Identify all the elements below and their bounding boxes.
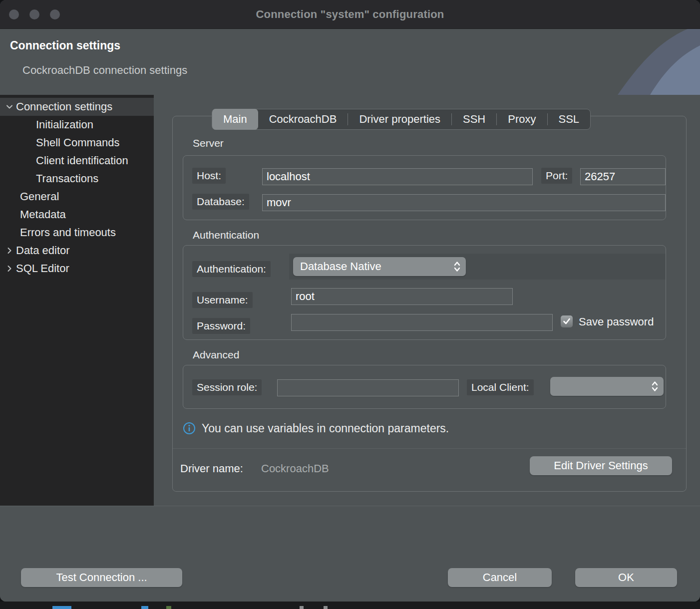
save-password-label: Save password bbox=[579, 315, 666, 328]
select-chevrons-icon bbox=[453, 260, 461, 273]
host-input[interactable] bbox=[262, 168, 533, 185]
sidebar-item-metadata[interactable]: Metadata bbox=[0, 206, 154, 224]
sidebar-item-label: SQL Editor bbox=[16, 262, 69, 275]
password-input[interactable] bbox=[291, 314, 553, 331]
session-role-label: Session role: bbox=[192, 379, 262, 395]
username-input[interactable] bbox=[291, 288, 513, 305]
decorative-swoosh bbox=[570, 29, 700, 95]
sidebar-item-connection-settings[interactable]: Connection settings bbox=[0, 98, 154, 116]
edit-driver-settings-button[interactable]: Edit Driver Settings bbox=[530, 456, 672, 475]
sidebar-item-errors-and-timeouts[interactable]: Errors and timeouts bbox=[0, 224, 154, 242]
driver-name-label: Driver name: bbox=[180, 462, 243, 475]
background-fragment bbox=[141, 606, 148, 609]
background-fragment bbox=[300, 606, 304, 609]
sidebar-item-client-identification[interactable]: Client identification bbox=[0, 152, 154, 170]
test-connection-button[interactable]: Test Connection ... bbox=[21, 568, 182, 587]
tab-ssh[interactable]: SSH bbox=[452, 109, 496, 130]
page-subtitle: CockroachDB connection settings bbox=[22, 64, 187, 77]
dialog-header: Connection settings CockroachDB connecti… bbox=[0, 29, 700, 95]
cancel-button[interactable]: Cancel bbox=[448, 568, 552, 587]
tab-proxy[interactable]: Proxy bbox=[497, 109, 547, 130]
settings-content: Main CockroachDB Driver properties SSH P… bbox=[154, 95, 700, 506]
password-label: Password: bbox=[192, 318, 250, 334]
authentication-select-value: Database Native bbox=[300, 260, 453, 273]
database-label: Database: bbox=[192, 194, 249, 210]
save-password-checkbox[interactable] bbox=[561, 315, 573, 327]
sidebar-item-general[interactable]: General bbox=[0, 188, 154, 206]
chevron-down-icon[interactable] bbox=[0, 102, 16, 111]
dialog-footer: Test Connection ... Cancel OK bbox=[0, 506, 700, 602]
sidebar-item-sql-editor[interactable]: SQL Editor bbox=[0, 260, 154, 278]
sidebar-item-transactions[interactable]: Transactions bbox=[0, 170, 154, 188]
advanced-section-title: Advanced bbox=[193, 349, 239, 361]
advanced-group: Session role: Local Client: bbox=[183, 365, 666, 409]
window-title: Connection "system" configuration bbox=[256, 8, 444, 21]
variables-hint-text: You can use variables in connection para… bbox=[202, 422, 449, 435]
port-label: Port: bbox=[541, 168, 572, 184]
sidebar-item-label: Transactions bbox=[36, 172, 98, 185]
checkmark-icon bbox=[563, 318, 571, 325]
tab-bar: Main CockroachDB Driver properties SSH P… bbox=[212, 109, 591, 130]
sidebar-item-shell-commands[interactable]: Shell Commands bbox=[0, 134, 154, 152]
session-role-input[interactable] bbox=[277, 379, 459, 396]
authentication-label: Authentication: bbox=[192, 261, 271, 277]
zoom-button[interactable] bbox=[50, 9, 60, 19]
sidebar-item-label: General bbox=[20, 190, 59, 203]
sidebar-item-label: Initialization bbox=[36, 118, 93, 131]
port-input[interactable] bbox=[580, 168, 666, 185]
sidebar-item-initialization[interactable]: Initialization bbox=[0, 116, 154, 134]
authentication-select[interactable]: Database Native bbox=[293, 257, 466, 276]
authentication-group: Authentication: Database Native Username… bbox=[183, 245, 666, 340]
info-icon bbox=[183, 422, 196, 437]
sidebar-item-label: Data editor bbox=[16, 244, 70, 257]
main-tab-panel: Server Host: Port: Database: Authenticat… bbox=[172, 116, 687, 492]
driver-separator bbox=[173, 448, 686, 449]
chevron-right-icon[interactable] bbox=[0, 264, 16, 273]
background-app-strip bbox=[0, 602, 700, 609]
settings-tree: Connection settings Initialization Shell… bbox=[0, 95, 154, 506]
select-chevrons-icon bbox=[651, 380, 659, 393]
sidebar-item-label: Shell Commands bbox=[36, 136, 120, 149]
tab-driver-properties[interactable]: Driver properties bbox=[348, 109, 451, 130]
local-client-select[interactable] bbox=[550, 377, 664, 396]
tab-cockroachdb[interactable]: CockroachDB bbox=[258, 109, 348, 130]
ok-button[interactable]: OK bbox=[575, 568, 677, 587]
background-fragment bbox=[52, 606, 71, 609]
host-label: Host: bbox=[192, 168, 226, 184]
sidebar-item-label: Client identification bbox=[36, 154, 128, 167]
server-section-title: Server bbox=[193, 137, 224, 149]
sidebar-item-label: Metadata bbox=[20, 208, 66, 221]
tab-ssl[interactable]: SSL bbox=[548, 109, 591, 130]
authentication-section-title: Authentication bbox=[193, 229, 259, 241]
sidebar-item-data-editor[interactable]: Data editor bbox=[0, 242, 154, 260]
sidebar-item-label: Connection settings bbox=[16, 100, 112, 113]
driver-name-value: CockroachDB bbox=[261, 462, 329, 475]
connection-config-dialog: Connection "system" configuration Connec… bbox=[0, 0, 700, 602]
background-fragment bbox=[324, 606, 328, 609]
chevron-right-icon[interactable] bbox=[0, 246, 16, 255]
sidebar-item-label: Errors and timeouts bbox=[20, 226, 116, 239]
database-input[interactable] bbox=[262, 194, 666, 211]
page-title: Connection settings bbox=[10, 39, 120, 52]
title-bar: Connection "system" configuration bbox=[0, 0, 700, 29]
local-client-label: Local Client: bbox=[467, 379, 534, 395]
background-fragment bbox=[166, 606, 171, 609]
tab-main[interactable]: Main bbox=[212, 109, 258, 130]
server-group: Host: Port: Database: bbox=[183, 155, 666, 220]
close-button[interactable] bbox=[9, 9, 19, 19]
username-label: Username: bbox=[192, 292, 253, 308]
minimize-button[interactable] bbox=[29, 9, 39, 19]
